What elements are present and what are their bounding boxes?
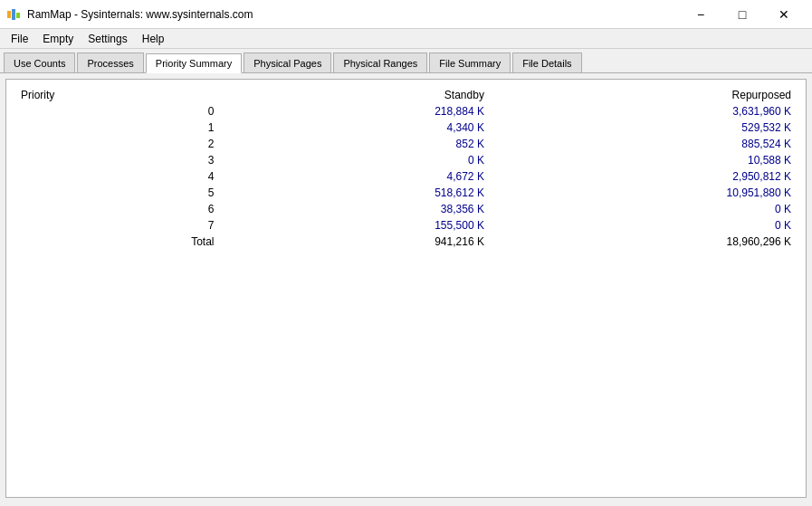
table-total-row: Total941,216 K18,960,296 K bbox=[14, 234, 798, 250]
title-bar-text: RamMap - Sysinternals: www.sysinternals.… bbox=[27, 8, 680, 21]
menu-settings[interactable]: Settings bbox=[81, 31, 134, 47]
cell-priority: 3 bbox=[14, 152, 244, 168]
tab-file-summary[interactable]: File Summary bbox=[429, 53, 511, 72]
cell-priority: 0 bbox=[14, 103, 244, 119]
cell-priority: 2 bbox=[14, 136, 244, 152]
menu-bar: File Empty Settings Help bbox=[0, 29, 812, 49]
svg-rect-0 bbox=[7, 11, 11, 18]
col-header-repurposed: Repurposed bbox=[492, 87, 798, 103]
table-row: 5518,612 K10,951,880 K bbox=[14, 185, 798, 201]
tab-priority-summary[interactable]: Priority Summary bbox=[146, 53, 242, 73]
cell-priority: 6 bbox=[14, 201, 244, 217]
table-row: 2852 K885,524 K bbox=[14, 136, 798, 152]
menu-help[interactable]: Help bbox=[135, 31, 172, 47]
cell-priority: 1 bbox=[14, 119, 244, 136]
menu-empty[interactable]: Empty bbox=[35, 31, 81, 47]
col-header-priority: Priority bbox=[14, 87, 244, 103]
table-row: 0218,884 K3,631,960 K bbox=[14, 103, 798, 119]
table-row: 14,340 K529,532 K bbox=[14, 119, 798, 136]
cell-standby: 38,356 K bbox=[244, 201, 492, 217]
cell-priority: 7 bbox=[14, 217, 244, 234]
cell-repurposed: 2,950,812 K bbox=[492, 168, 798, 185]
cell-repurposed: 10,588 K bbox=[492, 152, 798, 168]
cell-standby: 852 K bbox=[244, 136, 492, 152]
cell-priority: 4 bbox=[14, 168, 244, 185]
tab-bar: Use Counts Processes Priority Summary Ph… bbox=[0, 49, 812, 73]
cell-repurposed: 885,524 K bbox=[492, 136, 798, 152]
cell-standby: 4,672 K bbox=[244, 168, 492, 185]
tab-physical-ranges[interactable]: Physical Ranges bbox=[333, 53, 427, 72]
cell-total-label: Total bbox=[14, 234, 244, 250]
tab-processes[interactable]: Processes bbox=[77, 53, 143, 72]
cell-repurposed: 3,631,960 K bbox=[492, 103, 798, 119]
cell-repurposed: 0 K bbox=[492, 201, 798, 217]
tab-file-details[interactable]: File Details bbox=[512, 53, 581, 72]
cell-priority: 5 bbox=[14, 185, 244, 201]
svg-rect-2 bbox=[16, 13, 20, 18]
title-bar-controls: − □ ✕ bbox=[680, 0, 805, 29]
minimize-button[interactable]: − bbox=[680, 0, 721, 29]
tab-use-counts[interactable]: Use Counts bbox=[4, 53, 75, 72]
tab-physical-pages[interactable]: Physical Pages bbox=[244, 53, 331, 72]
content-area: Priority Standby Repurposed 0218,884 K3,… bbox=[5, 79, 807, 498]
table-row: 7155,500 K0 K bbox=[14, 217, 798, 234]
table-row: 638,356 K0 K bbox=[14, 201, 798, 217]
cell-repurposed: 529,532 K bbox=[492, 119, 798, 136]
cell-standby: 518,612 K bbox=[244, 185, 492, 201]
priority-table: Priority Standby Repurposed 0218,884 K3,… bbox=[14, 87, 798, 250]
title-bar: RamMap - Sysinternals: www.sysinternals.… bbox=[0, 0, 812, 29]
cell-standby: 4,340 K bbox=[244, 119, 492, 136]
maximize-button[interactable]: □ bbox=[721, 0, 763, 29]
col-header-standby: Standby bbox=[244, 87, 492, 103]
cell-standby: 218,884 K bbox=[244, 103, 492, 119]
cell-standby: 155,500 K bbox=[244, 217, 492, 234]
menu-file[interactable]: File bbox=[4, 31, 35, 47]
app-icon bbox=[7, 7, 22, 22]
close-button[interactable]: ✕ bbox=[763, 0, 805, 29]
cell-total-repurposed: 18,960,296 K bbox=[492, 234, 798, 250]
table-row: 44,672 K2,950,812 K bbox=[14, 168, 798, 185]
cell-repurposed: 0 K bbox=[492, 217, 798, 234]
table-row: 30 K10,588 K bbox=[14, 152, 798, 168]
svg-rect-1 bbox=[12, 9, 15, 20]
cell-total-standby: 941,216 K bbox=[244, 234, 492, 250]
cell-repurposed: 10,951,880 K bbox=[492, 185, 798, 201]
cell-standby: 0 K bbox=[244, 152, 492, 168]
